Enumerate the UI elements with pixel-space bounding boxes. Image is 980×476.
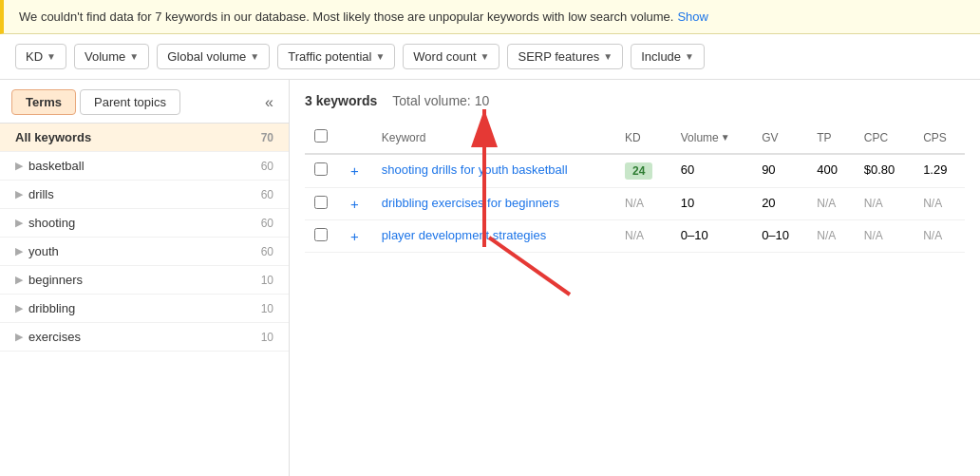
sidebar-item-all-keywords[interactable]: All keywords 70 xyxy=(0,124,289,152)
serp-features-filter-label: SERP features xyxy=(518,49,599,64)
row-2-cps-value: N/A xyxy=(923,229,942,242)
row-1-kd-value: N/A xyxy=(625,197,644,210)
row-0-checkbox-cell xyxy=(305,154,337,188)
basketball-arrow-icon: ▶ xyxy=(15,160,23,172)
row-0-kd-badge: 24 xyxy=(625,162,652,180)
row-2-add-button[interactable]: + xyxy=(347,228,363,244)
row-1-cps-value: N/A xyxy=(923,197,942,210)
global-volume-chevron-icon: ▼ xyxy=(250,51,259,62)
alert-banner: We couldn't find data for 7 keywords in … xyxy=(0,0,980,34)
dribbling-arrow-icon: ▶ xyxy=(15,302,23,314)
all-keywords-count: 70 xyxy=(261,131,273,144)
keywords-count: 3 keywords xyxy=(305,93,377,108)
traffic-potential-filter-label: Traffic potential xyxy=(288,49,371,64)
content-header: 3 keywords Total volume: 10 xyxy=(305,93,965,108)
word-count-filter-label: Word count xyxy=(413,49,476,64)
row-1-volume-value: 10 xyxy=(681,196,694,210)
row-2-checkbox-cell xyxy=(305,220,337,253)
all-keywords-label: All keywords xyxy=(15,130,91,144)
global-volume-filter-label: Global volume xyxy=(167,49,246,64)
tab-terms[interactable]: Terms xyxy=(11,89,76,115)
row-1-keyword-link[interactable]: dribbling exercises for beginners xyxy=(382,196,559,210)
row-1-gv-cell: 20 xyxy=(752,188,807,220)
serp-features-chevron-icon: ▼ xyxy=(603,51,612,62)
table-row: +player development strategiesN/A0–100–1… xyxy=(305,220,965,253)
volume-filter-button[interactable]: Volume ▼ xyxy=(74,44,149,69)
row-1-gv-value: 20 xyxy=(762,196,775,210)
add-header xyxy=(337,122,372,154)
basketball-count: 60 xyxy=(261,160,273,173)
row-0-tp-value: 400 xyxy=(817,162,838,177)
beginners-count: 10 xyxy=(261,274,273,287)
word-count-chevron-icon: ▼ xyxy=(481,51,490,62)
row-1-volume-cell: 10 xyxy=(671,188,752,220)
sidebar-item-beginners[interactable]: ▶ beginners 10 xyxy=(0,266,289,295)
row-2-add-cell: + xyxy=(337,220,372,253)
kd-filter-button[interactable]: KD ▼ xyxy=(15,44,66,69)
volume-chevron-icon: ▼ xyxy=(129,51,139,62)
row-1-cpc-value: N/A xyxy=(864,197,883,210)
row-0-volume-cell: 60 xyxy=(671,154,752,188)
row-1-checkbox-cell xyxy=(305,188,337,220)
row-0-gv-cell: 90 xyxy=(752,154,807,188)
sidebar-item-exercises[interactable]: ▶ exercises 10 xyxy=(0,323,289,352)
word-count-filter-button[interactable]: Word count ▼ xyxy=(403,44,499,69)
sidebar-item-drills[interactable]: ▶ drills 60 xyxy=(0,181,289,209)
row-0-keyword-cell: shooting drills for youth basketball xyxy=(372,154,615,188)
row-1-checkbox[interactable] xyxy=(314,196,328,209)
row-1-tp-value: N/A xyxy=(817,197,836,210)
row-0-checkbox[interactable] xyxy=(314,162,328,176)
row-0-add-button[interactable]: + xyxy=(347,162,363,179)
table-row: +dribbling exercises for beginnersN/A102… xyxy=(305,188,965,220)
include-filter-button[interactable]: Include ▼ xyxy=(631,44,705,69)
row-2-gv-cell: 0–10 xyxy=(752,220,807,253)
tab-parent-topics[interactable]: Parent topics xyxy=(80,89,180,115)
sidebar-item-shooting[interactable]: ▶ shooting 60 xyxy=(0,209,289,238)
drills-arrow-icon: ▶ xyxy=(15,188,23,200)
youth-count: 60 xyxy=(261,245,273,258)
traffic-potential-chevron-icon: ▼ xyxy=(375,51,385,62)
collapse-sidebar-button[interactable]: « xyxy=(261,90,277,115)
row-1-keyword-cell: dribbling exercises for beginners xyxy=(372,188,615,220)
row-2-tp-value: N/A xyxy=(817,229,836,242)
sidebar-item-dribbling[interactable]: ▶ dribbling 10 xyxy=(0,295,289,323)
youth-label: youth xyxy=(28,244,59,258)
dribbling-count: 10 xyxy=(261,302,273,315)
content-area: 3 keywords Total volume: 10 Keyword xyxy=(290,80,980,476)
row-1-add-button[interactable]: + xyxy=(347,196,363,212)
row-2-volume-value: 0–10 xyxy=(681,228,708,242)
global-volume-filter-button[interactable]: Global volume ▼ xyxy=(157,44,270,69)
kd-header: KD xyxy=(615,122,671,154)
volume-header[interactable]: Volume ▼ xyxy=(671,122,752,154)
traffic-potential-filter-button[interactable]: Traffic potential ▼ xyxy=(277,44,395,69)
sidebar-item-basketball[interactable]: ▶ basketball 60 xyxy=(0,152,289,181)
cpc-header: CPC xyxy=(855,122,914,154)
row-0-tp-cell: 400 xyxy=(807,154,855,188)
select-all-header xyxy=(305,122,337,154)
filter-bar: KD ▼ Volume ▼ Global volume ▼ Traffic po… xyxy=(0,34,980,80)
exercises-arrow-icon: ▶ xyxy=(15,331,23,343)
row-0-keyword-link[interactable]: shooting drills for youth basketball xyxy=(382,162,568,177)
include-filter-label: Include xyxy=(641,49,681,64)
row-2-gv-value: 0–10 xyxy=(762,228,789,242)
sidebar-item-youth[interactable]: ▶ youth 60 xyxy=(0,238,289,266)
include-chevron-icon: ▼ xyxy=(685,51,694,62)
shooting-label: shooting xyxy=(28,216,75,230)
keyword-header: Keyword xyxy=(372,122,615,154)
drills-count: 60 xyxy=(261,188,273,201)
volume-filter-label: Volume xyxy=(85,49,125,64)
row-2-cps-cell: N/A xyxy=(914,220,965,253)
row-1-add-cell: + xyxy=(337,188,372,220)
youth-arrow-icon: ▶ xyxy=(15,245,23,257)
exercises-count: 10 xyxy=(261,331,273,344)
select-all-checkbox[interactable] xyxy=(314,129,328,143)
kd-chevron-icon: ▼ xyxy=(47,51,56,62)
row-2-keyword-link[interactable]: player development strategies xyxy=(382,228,546,242)
alert-show-link[interactable]: Show xyxy=(677,10,708,24)
table-row: +shooting drills for youth basketball246… xyxy=(305,154,965,188)
serp-features-filter-button[interactable]: SERP features ▼ xyxy=(507,44,623,69)
row-2-kd-value: N/A xyxy=(625,229,644,242)
row-2-checkbox[interactable] xyxy=(314,228,328,241)
row-2-kd-cell: N/A xyxy=(615,220,671,253)
tp-header: TP xyxy=(807,122,855,154)
